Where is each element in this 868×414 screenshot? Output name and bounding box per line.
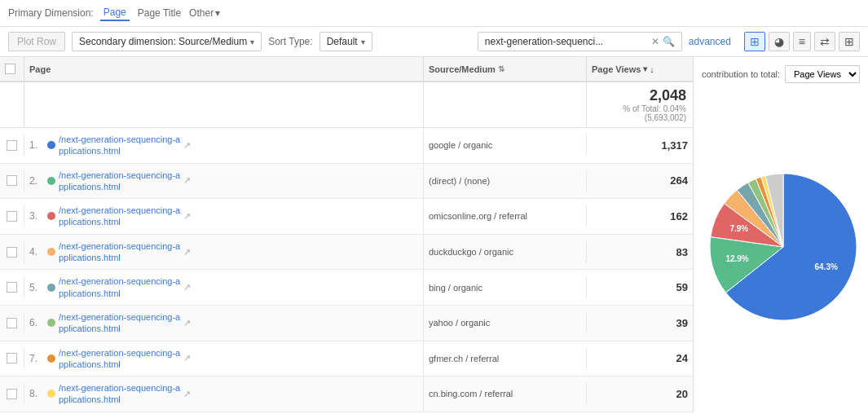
source-sort-icon: ⇅ — [498, 64, 504, 73]
main-content: Page Source/Medium ⇅ Page Views ▾ ↓ 2,04… — [0, 57, 868, 412]
table-row: 5. /next-generation-sequencing-applicati… — [0, 270, 693, 306]
table-row: 4. /next-generation-sequencing-applicati… — [0, 235, 693, 271]
row-number: 3. — [29, 210, 44, 222]
summary-total: 2,048 — [592, 87, 686, 104]
summary-checkbox-cell — [0, 82, 24, 127]
row-source-cell: cn.bing.com / referral — [424, 383, 587, 404]
row-number: 6. — [29, 317, 44, 328]
summary-pageviews-cell: 2,048 % of Total: 0.04% (5,693,002) — [587, 82, 693, 127]
row-checkbox[interactable] — [7, 211, 17, 222]
pageviews-sort-icon[interactable]: ↓ — [650, 64, 654, 74]
row-pageviews-cell: 83 — [587, 240, 693, 264]
grid-view-icon[interactable]: ⊞ — [744, 32, 765, 51]
row-checkbox-cell — [0, 347, 24, 369]
page-external-icon[interactable]: ↗ — [183, 175, 191, 186]
page-external-icon[interactable]: ↗ — [183, 318, 191, 328]
data-rows: 1. /next-generation-sequencing-applicati… — [0, 128, 693, 412]
row-pageviews-cell: 162 — [587, 205, 693, 228]
row-checkbox[interactable] — [7, 282, 17, 293]
view-icons: ⊞ ◕ ≡ ⇄ ⊞ — [744, 32, 860, 51]
row-page-cell: 1. /next-generation-sequencing-applicati… — [24, 128, 424, 163]
page-link[interactable]: /next-generation-sequencing-applications… — [59, 205, 180, 228]
sort-type-select[interactable]: Default — [319, 32, 372, 51]
row-checkbox[interactable] — [7, 353, 17, 363]
toolbar: Plot Row Secondary dimension: Source/Med… — [0, 27, 868, 57]
page-external-icon[interactable]: ↗ — [183, 282, 191, 293]
row-checkbox-cell — [0, 205, 24, 227]
row-color-dot — [47, 141, 55, 149]
row-source-cell: (direct) / (none) — [424, 170, 587, 192]
th-pageviews: Page Views ▾ ↓ — [587, 57, 693, 81]
list-view-icon[interactable]: ≡ — [793, 32, 811, 51]
page-external-icon[interactable]: ↗ — [183, 140, 191, 151]
page-link[interactable]: /next-generation-sequencing-applications… — [59, 347, 180, 371]
row-color-dot — [47, 248, 55, 256]
page-external-icon[interactable]: ↗ — [183, 353, 191, 363]
row-number: 4. — [29, 246, 44, 258]
contribution-label: contribution to total: — [702, 69, 780, 79]
pageviews-dropdown-icon[interactable]: ▾ — [643, 64, 647, 73]
chart-metric-select[interactable]: Page Views — [785, 65, 860, 83]
advanced-link[interactable]: advanced — [689, 36, 731, 47]
row-checkbox-cell — [0, 383, 24, 405]
row-pageviews-cell: 1,317 — [587, 134, 693, 157]
page-external-icon[interactable]: ↗ — [183, 211, 191, 222]
table-row: 8. /next-generation-sequencing-applicati… — [0, 377, 693, 412]
table-row: 1. /next-generation-sequencing-applicati… — [0, 128, 693, 164]
row-page-cell: 2. /next-generation-sequencing-applicati… — [24, 164, 424, 199]
dim-other[interactable]: Other ▾ — [189, 7, 220, 19]
row-page-cell: 6. /next-generation-sequencing-applicati… — [24, 306, 424, 341]
th-page: Page — [24, 57, 424, 81]
th-checkbox — [0, 57, 24, 81]
pie-chart: 64.3%12.9%7.9% — [702, 165, 865, 328]
row-number: 1. — [29, 139, 44, 151]
dim-page[interactable]: Page — [100, 5, 130, 21]
secondary-dimension-arrow-icon — [250, 37, 254, 46]
chart-section: contribution to total: Page Views 64.3%1… — [694, 57, 868, 412]
search-box[interactable]: ✕ 🔍 — [478, 32, 682, 51]
page-link[interactable]: /next-generation-sequencing-applications… — [59, 240, 180, 264]
row-checkbox[interactable] — [7, 247, 17, 258]
row-page-cell: 3. /next-generation-sequencing-applicati… — [24, 199, 424, 234]
row-color-dot — [47, 355, 55, 363]
page-external-icon[interactable]: ↗ — [183, 389, 191, 399]
chevron-down-icon: ▾ — [215, 7, 220, 19]
summary-page-cell — [24, 82, 424, 127]
page-link[interactable]: /next-generation-sequencing-applications… — [59, 382, 180, 406]
secondary-dimension-select[interactable]: Secondary dimension: Source/Medium — [72, 32, 262, 51]
row-checkbox-cell — [0, 134, 24, 156]
search-icon[interactable]: 🔍 — [663, 36, 675, 47]
th-source: Source/Medium ⇅ — [424, 57, 587, 81]
row-page-cell: 7. /next-generation-sequencing-applicati… — [24, 341, 424, 377]
summary-row: 2,048 % of Total: 0.04% (5,693,002) — [0, 82, 693, 128]
row-checkbox-cell — [0, 241, 24, 263]
chart-header: contribution to total: Page Views — [702, 65, 865, 83]
table-row: 7. /next-generation-sequencing-applicati… — [0, 341, 693, 377]
clear-search-icon[interactable]: ✕ — [651, 36, 659, 47]
row-number: 5. — [29, 282, 44, 293]
pivot-view-icon[interactable]: ⊞ — [839, 32, 860, 51]
row-checkbox[interactable] — [7, 389, 17, 399]
page-link[interactable]: /next-generation-sequencing-applications… — [59, 311, 180, 335]
row-source-cell: google / organic — [424, 134, 587, 156]
primary-dimension-bar: Primary Dimension: Page Page Title Other… — [0, 0, 868, 27]
row-pageviews-cell: 59 — [587, 275, 693, 299]
plot-row-button[interactable]: Plot Row — [8, 32, 65, 51]
row-pageviews-cell: 24 — [587, 346, 693, 370]
page-external-icon[interactable]: ↗ — [183, 247, 191, 258]
row-pageviews-cell: 39 — [587, 311, 693, 335]
row-source-cell: gfmer.ch / referral — [424, 348, 587, 369]
header-checkbox[interactable] — [5, 64, 15, 74]
search-input[interactable] — [485, 36, 648, 47]
compare-view-icon[interactable]: ⇄ — [814, 32, 835, 51]
page-link[interactable]: /next-generation-sequencing-applications… — [59, 134, 180, 157]
pie-view-icon[interactable]: ◕ — [769, 32, 790, 51]
row-checkbox[interactable] — [7, 318, 17, 328]
pie-label-1: 12.9% — [725, 254, 748, 263]
summary-source-cell — [424, 82, 587, 127]
page-link[interactable]: /next-generation-sequencing-applications… — [59, 170, 180, 193]
row-checkbox[interactable] — [7, 140, 17, 151]
dim-page-title[interactable]: Page Title — [134, 6, 184, 20]
page-link[interactable]: /next-generation-sequencing-applications… — [59, 275, 180, 299]
row-checkbox[interactable] — [7, 175, 17, 186]
